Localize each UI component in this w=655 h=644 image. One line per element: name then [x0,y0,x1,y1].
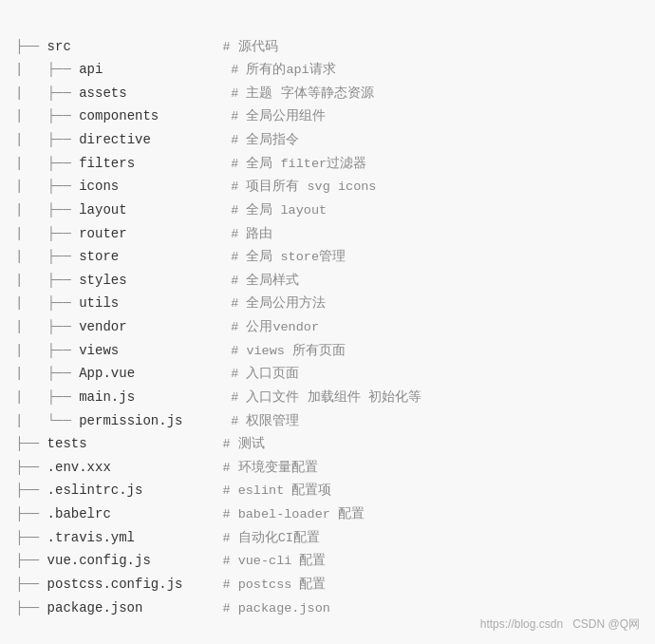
tree-row: | ├── layout # 全局 layout [15,199,640,222]
tree-indent: | [15,292,47,315]
tree-row: | ├── components # 全局公用组件 [15,104,640,128]
tree-item-name: assets [79,82,231,105]
tree-item-name: store [79,245,231,269]
tree-row: | ├── views # views 所有页面 [15,339,640,363]
file-tree: ├── src # 源代码| ├── api # 所有的api请求| ├── a… [15,11,640,619]
tree-comment: # 权限管理 [231,410,299,433]
tree-comment: # 全局公用组件 [231,105,326,128]
tree-row: ├── .eslintrc.js # eslint 配置项 [15,479,640,502]
tree-row: ├── vue.config.js # vue-cli 配置 [15,549,640,573]
tree-row: ├── .env.xxx # 环境变量配置 [15,456,640,480]
tree-comment: # views 所有页面 [231,340,346,363]
tree-row: ├── postcss.config.js # postcss 配置 [15,573,640,597]
tree-row: | ├── styles # 全局样式 [15,269,640,293]
tree-indent: | [15,269,47,293]
tree-connector: └── [47,409,80,433]
tree-item-name: directive [79,128,231,152]
tree-connector: ├── [47,152,80,176]
tree-row: ├── tests # 测试 [15,432,640,456]
tree-comment: # eslint 配置项 [222,480,331,502]
tree-indent: | [15,128,47,152]
tree-item-name: vendor [79,315,231,339]
tree-row: ├── src # 源代码 [15,35,640,59]
tree-indent: | [15,362,47,386]
tree-comment: # package.json [222,597,329,620]
tree-indent: | [15,386,47,409]
tree-indent: | [15,58,47,82]
tree-row: | ├── App.vue # 入口页面 [15,362,640,386]
tree-indent: | [15,175,47,199]
tree-indent: | [15,222,47,246]
tree-comment: # 全局指令 [231,129,299,152]
tree-comment: # 主题 字体等静态资源 [231,83,373,105]
tree-item-name: .travis.yml [47,526,223,550]
tree-comment: # vue-cli 配置 [222,550,326,573]
tree-comment: # 全局公用方法 [231,293,326,315]
tree-connector: ├── [47,128,80,152]
tree-comment: # 所有的api请求 [231,59,336,82]
tree-row: | └── permission.js # 权限管理 [15,409,640,433]
tree-item-name: styles [79,269,231,293]
tree-item-name: main.js [79,386,231,409]
tree-indent: | [15,245,47,269]
tree-indent: | [15,104,47,128]
tree-indent: | [15,152,47,176]
tree-item-name: filters [79,152,231,176]
tree-connector: ├── [47,362,80,386]
tree-indent: | [15,82,47,105]
tree-item-name: package.json [47,597,223,620]
tree-connector: ├── [47,199,80,222]
tree-connector: ├── [47,339,80,363]
tree-connector: ├── [47,386,80,409]
tree-row: ├── .travis.yml # 自动化CI配置 [15,526,640,550]
tree-connector: ├── [15,432,47,456]
tree-connector: ├── [47,175,80,199]
tree-connector: ├── [15,35,47,59]
tree-connector: ├── [15,526,47,550]
tree-comment: # postcss 配置 [222,574,326,597]
tree-connector: ├── [47,292,80,315]
tree-row: | ├── directive # 全局指令 [15,128,640,152]
tree-row: | ├── api # 所有的api请求 [15,58,640,82]
tree-item-name: permission.js [79,409,231,433]
tree-indent: | [15,339,47,363]
tree-connector: ├── [47,245,80,269]
tree-row: | ├── vendor # 公用vendor [15,315,640,339]
tree-connector: ├── [15,479,47,502]
tree-connector: ├── [47,222,80,246]
tree-connector: ├── [47,82,80,105]
tree-item-name: api [79,58,231,82]
tree-row: | ├── store # 全局 store管理 [15,245,640,269]
tree-row: ├── .babelrc # babel-loader 配置 [15,502,640,526]
tree-comment: # 源代码 [222,36,277,59]
tree-comment: # 入口页面 [231,363,299,386]
tree-row: | ├── icons # 项目所有 svg icons [15,175,640,199]
tree-item-name: vue.config.js [47,549,223,573]
tree-comment: # 入口文件 加载组件 初始化等 [231,387,421,409]
tree-comment: # 公用vendor [231,316,319,339]
tree-connector: ├── [15,597,47,620]
tree-connector: ├── [47,315,80,339]
tree-row: | ├── router # 路由 [15,222,640,246]
tree-item-name: router [79,222,231,246]
tree-comment: # 自动化CI配置 [222,527,319,550]
tree-comment: # 环境变量配置 [222,457,317,480]
tree-connector: ├── [15,573,47,597]
tree-item-name: .env.xxx [47,456,223,480]
tree-item-name: layout [79,199,231,222]
tree-connector: ├── [47,269,80,293]
tree-row: | ├── main.js # 入口文件 加载组件 初始化等 [15,386,640,409]
tree-item-name: .babelrc [47,502,223,526]
tree-comment: # 全局 store管理 [231,246,346,269]
tree-item-name: postcss.config.js [47,573,223,597]
tree-item-name: tests [47,432,223,456]
tree-item-name: utils [79,292,231,315]
tree-connector: ├── [15,456,47,480]
tree-indent: | [15,199,47,222]
tree-comment: # 全局样式 [231,270,299,293]
tree-comment: # babel-loader 配置 [222,503,365,526]
tree-row: | ├── assets # 主题 字体等静态资源 [15,82,640,105]
tree-item-name: App.vue [79,362,231,386]
tree-item-name: .eslintrc.js [47,479,223,502]
tree-item-name: icons [79,175,231,199]
